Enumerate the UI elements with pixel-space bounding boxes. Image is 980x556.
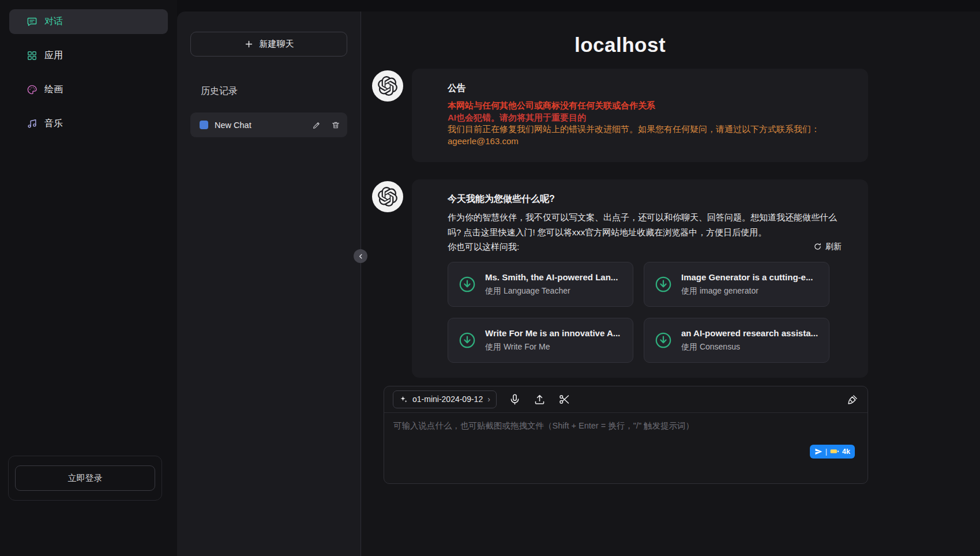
- chat-icon: [27, 16, 37, 27]
- page-title: localhost: [372, 33, 868, 57]
- new-chat-button[interactable]: 新建聊天: [190, 32, 347, 57]
- chevron-right-icon: ›: [487, 395, 490, 403]
- sidebar-item-chat[interactable]: 对话: [9, 9, 168, 34]
- send-icon: [814, 448, 823, 456]
- openai-logo-icon: [378, 187, 397, 206]
- mic-button[interactable]: [509, 393, 521, 405]
- refresh-label: 刷新: [825, 242, 842, 252]
- new-chat-label: 新建聊天: [260, 39, 294, 50]
- welcome-body: 作为你的智慧伙伴，我不仅可以写文案、出点子，还可以和你聊天、回答问题。想知道我还…: [448, 210, 842, 239]
- message-input[interactable]: [384, 413, 868, 483]
- sidebar: 对话 应用 绘画 音乐 立即登录: [0, 0, 177, 556]
- app-root: 对话 应用 绘画 音乐 立即登录: [0, 0, 980, 556]
- clear-button[interactable]: [846, 393, 859, 405]
- suggestion-subtitle: 使用 Language Teacher: [485, 286, 618, 296]
- composer-toolbar: o1-mini-2024-09-12 ›: [384, 386, 868, 413]
- sidebar-item-label: 音乐: [44, 118, 63, 130]
- palette-icon: [27, 84, 37, 95]
- suggestion-grid: Ms. Smith, the AI-powered Lan... 使用 Lang…: [448, 262, 829, 363]
- download-circle-icon: [654, 275, 673, 294]
- welcome-bubble: 今天我能为您做些什么呢? 作为你的智慧伙伴，我不仅可以写文案、出点子，还可以和你…: [412, 179, 868, 378]
- announcement-line: 本网站与任何其他公司或商标没有任何关联或合作关系: [448, 100, 842, 112]
- suggestion-title: Write For Me is an innovative A...: [485, 328, 620, 338]
- announcement-line: 我们目前正在修复我们网站上的错误并改进细节。如果您有任何疑问，请通过以下方式联系…: [448, 123, 842, 136]
- composer-input-area: | 4k: [384, 413, 868, 483]
- composer: o1-mini-2024-09-12 ›: [384, 386, 868, 484]
- ask-hint-row: 你也可以这样问我: 刷新: [448, 239, 842, 254]
- broom-icon: [847, 393, 859, 405]
- login-panel: 立即登录: [8, 456, 162, 501]
- suggestion-title: Ms. Smith, the AI-powered Lan...: [485, 272, 618, 282]
- battery-icon: [830, 448, 839, 454]
- chat-color-icon: [200, 121, 208, 129]
- sidebar-item-label: 应用: [44, 50, 63, 62]
- suggestion-card[interactable]: an AI-powered research assista... 使用 Con…: [644, 318, 829, 363]
- sparkle-icon: [399, 395, 408, 404]
- openai-logo-icon: [378, 76, 397, 96]
- token-count: 4k: [842, 448, 850, 456]
- announcement-bubble: 公告 本网站与任何其他公司或商标没有任何关联或合作关系 AI也会犯错。请勿将其用…: [412, 69, 868, 162]
- ask-hint-text: 你也可以这样问我:: [448, 239, 519, 254]
- announcement-title: 公告: [448, 82, 842, 95]
- scissors-icon: [558, 393, 570, 405]
- suggestion-title: Image Generator is a cutting-e...: [681, 272, 813, 282]
- badge-divider: |: [825, 448, 827, 456]
- message-announcement: 公告 本网站与任何其他公司或商标没有任何关联或合作关系 AI也会犯错。请勿将其用…: [372, 69, 868, 162]
- suggestion-subtitle: 使用 Consensus: [681, 342, 818, 352]
- download-circle-icon: [457, 275, 477, 294]
- plus-icon: [244, 39, 254, 49]
- chat-content: localhost 公告 本网站与任何其他公司或商标没有任何关联或合作关系 AI…: [372, 33, 868, 484]
- sidebar-item-apps[interactable]: 应用: [9, 43, 168, 68]
- edit-icon[interactable]: [312, 121, 321, 130]
- cut-button[interactable]: [558, 393, 571, 405]
- suggestion-card[interactable]: Write For Me is an innovative A... 使用 Wr…: [448, 318, 633, 363]
- suggestion-card[interactable]: Image Generator is a cutting-e... 使用 ima…: [644, 262, 829, 307]
- suggestion-subtitle: 使用 image generator: [681, 286, 813, 296]
- chat-history-item[interactable]: New Chat: [190, 112, 347, 137]
- openai-avatar: [372, 70, 403, 102]
- download-circle-icon: [457, 330, 477, 350]
- sidebar-item-label: 绘画: [44, 84, 63, 96]
- sidebar-item-music[interactable]: 音乐: [9, 111, 168, 136]
- send-token-badge[interactable]: | 4k: [810, 445, 855, 459]
- apps-icon: [27, 50, 37, 61]
- main-chat: localhost 公告 本网站与任何其他公司或商标没有任何关联或合作关系 AI…: [361, 12, 980, 556]
- refresh-button[interactable]: 刷新: [813, 242, 842, 252]
- message-welcome: 今天我能为您做些什么呢? 作为你的智慧伙伴，我不仅可以写文案、出点子，还可以和你…: [372, 179, 868, 378]
- openai-avatar: [372, 181, 403, 212]
- model-selector[interactable]: o1-mini-2024-09-12 ›: [393, 390, 497, 408]
- collapse-sidebar-button[interactable]: [354, 249, 367, 263]
- chat-history-label: New Chat: [215, 121, 306, 130]
- music-icon: [27, 118, 37, 129]
- contact-email-link[interactable]: ageerle@163.com: [448, 136, 519, 148]
- chat-list-panel: 新建聊天 历史记录 New Chat: [177, 12, 361, 556]
- suggestion-title: an AI-powered research assista...: [681, 328, 818, 338]
- refresh-icon: [813, 242, 822, 251]
- sidebar-item-drawing[interactable]: 绘画: [9, 77, 168, 102]
- sidebar-item-label: 对话: [44, 16, 63, 28]
- suggestion-subtitle: 使用 Write For Me: [485, 342, 620, 352]
- delete-icon[interactable]: [331, 121, 340, 130]
- upload-icon: [534, 393, 546, 405]
- login-button[interactable]: 立即登录: [15, 465, 155, 491]
- model-name: o1-mini-2024-09-12: [412, 395, 483, 404]
- history-title: 历史记录: [201, 85, 347, 97]
- welcome-title: 今天我能为您做些什么呢?: [448, 193, 842, 205]
- chevron-left-icon: [357, 253, 365, 260]
- download-circle-icon: [654, 330, 673, 350]
- announcement-line: AI也会犯错。请勿将其用于重要目的: [448, 112, 842, 124]
- mic-icon: [509, 393, 521, 405]
- suggestion-card[interactable]: Ms. Smith, the AI-powered Lan... 使用 Lang…: [448, 262, 633, 307]
- upload-button[interactable]: [534, 393, 546, 405]
